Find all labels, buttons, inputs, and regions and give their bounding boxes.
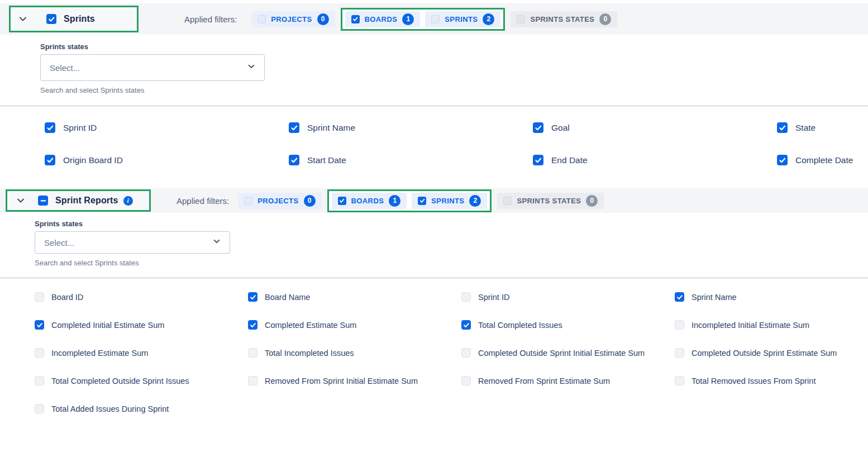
checkbox-icon	[289, 155, 299, 165]
filter-chip-projects[interactable]: PROJECTS0	[251, 11, 335, 27]
sprints-states-field-group: Sprints states Select... Search and sele…	[35, 220, 230, 267]
filter-chip-sprints[interactable]: SPRINTS2	[425, 11, 500, 27]
sprints-states-select[interactable]: Select...	[40, 54, 265, 81]
checkbox-icon	[244, 197, 252, 205]
field-label: Board ID	[51, 293, 83, 302]
checkbox-icon	[461, 348, 471, 358]
fields-grid-sprints: Sprint IDSprint NameGoalStateOrigin Boar…	[0, 122, 868, 165]
field-label: Completed Initial Estimate Sum	[51, 321, 164, 330]
filter-chip-sprints-states[interactable]: SPRINTS STATES0	[497, 193, 604, 209]
filter-chip-label: SPRINTS STATES	[530, 15, 594, 23]
checkbox-icon	[533, 122, 543, 133]
field-checkbox-goal[interactable]: Goal	[533, 122, 777, 133]
field-checkbox-sprint-name[interactable]: Sprint Name	[289, 122, 533, 133]
filter-count-badge: 1	[389, 195, 400, 207]
field-label: Total Completed Issues	[478, 321, 562, 330]
field-checkbox-end-date[interactable]: End Date	[533, 155, 777, 165]
field-label: Total Added Issues During Sprint	[51, 404, 169, 413]
field-checkbox-total-completed-issues[interactable]: Total Completed Issues	[461, 320, 675, 330]
checkbox-icon	[248, 320, 257, 330]
section-checkbox-sprints[interactable]	[46, 14, 56, 24]
field-checkbox-state[interactable]: State	[777, 122, 868, 133]
field-checkbox-total-removed-issues-from-sprint[interactable]: Total Removed Issues From Sprint	[675, 376, 868, 385]
collapse-chevron-icon[interactable]	[18, 14, 28, 24]
annotation-box-sprints-title: Sprints	[9, 6, 139, 32]
field-checkbox-incompleted-estimate-sum[interactable]: Incompleted Estimate Sum	[35, 348, 248, 358]
filter-chip-projects[interactable]: PROJECTS0	[238, 193, 321, 209]
filter-chip-label: PROJECTS	[257, 197, 298, 205]
checkbox-icon	[248, 348, 257, 358]
chevron-down-icon	[247, 63, 255, 73]
field-label: Completed Estimate Sum	[265, 321, 356, 330]
sprints-states-select[interactable]: Select...	[35, 231, 230, 254]
checkbox-icon	[461, 376, 471, 385]
section-title: Sprints	[64, 14, 95, 24]
field-checkbox-sprint-name[interactable]: Sprint Name	[675, 292, 868, 302]
field-label: Sprint ID	[63, 123, 97, 133]
section-divider	[0, 277, 868, 279]
checkbox-icon	[533, 155, 543, 165]
filter-count-badge: 1	[402, 13, 414, 25]
filter-chip-label: PROJECTS	[271, 15, 312, 23]
field-checkbox-completed-outside-sprint-estimate-sum[interactable]: Completed Outside Sprint Estimate Sum	[675, 348, 868, 358]
field-checkbox-sprint-id[interactable]: Sprint ID	[461, 292, 675, 302]
filter-chip-label: SPRINTS STATES	[517, 197, 581, 205]
field-checkbox-completed-estimate-sum[interactable]: Completed Estimate Sum	[248, 320, 461, 330]
checkbox-icon	[777, 122, 788, 133]
checkbox-icon	[289, 122, 299, 133]
select-placeholder: Select...	[50, 63, 80, 73]
checkbox-icon	[461, 292, 471, 302]
field-label: State	[795, 123, 815, 133]
checkbox-icon	[248, 376, 257, 385]
filter-chip-label: SPRINTS	[445, 15, 478, 23]
field-checkbox-completed-initial-estimate-sum[interactable]: Completed Initial Estimate Sum	[35, 320, 248, 330]
filter-count-badge: 2	[483, 13, 494, 25]
field-checkbox-start-date[interactable]: Start Date	[289, 155, 533, 165]
checkbox-icon	[35, 320, 44, 330]
field-checkbox-complete-date[interactable]: Complete Date	[777, 155, 868, 165]
info-icon[interactable]: i	[123, 196, 133, 206]
field-checkbox-total-added-issues-during-sprint[interactable]: Total Added Issues During Sprint	[35, 404, 248, 413]
field-checkbox-incompleted-initial-estimate-sum[interactable]: Incompleted Initial Estimate Sum	[675, 320, 868, 330]
field-checkbox-sprint-id[interactable]: Sprint ID	[45, 122, 289, 133]
field-checkbox-removed-from-sprint-initial-estimate-sum[interactable]: Removed From Sprint Initial Estimate Sum	[248, 376, 461, 385]
field-label: Board Name	[265, 293, 310, 302]
filter-chip-boards[interactable]: BOARDS1	[345, 11, 421, 27]
field-label: Goal	[551, 123, 570, 133]
field-label: Completed Outside Sprint Initial Estimat…	[478, 349, 645, 358]
filter-chips-row: PROJECTS0BOARDS1SPRINTS2SPRINTS STATES0	[251, 8, 617, 31]
checkbox-icon	[338, 197, 346, 205]
checkbox-icon	[35, 292, 44, 302]
checkbox-icon	[675, 292, 684, 302]
field-label: Sprint Name	[691, 293, 737, 302]
field-checkbox-removed-from-sprint-estimate-sum[interactable]: Removed From Sprint Estimate Sum	[461, 376, 675, 385]
field-label: End Date	[551, 155, 588, 165]
section-checkbox-sprint-reports[interactable]	[38, 196, 48, 206]
export-fields-config-page: Sprints Applied filters: PROJECTS0BOARDS…	[0, 3, 868, 457]
filter-chip-label: SPRINTS	[431, 197, 464, 205]
field-checkbox-board-id[interactable]: Board ID	[35, 292, 248, 302]
field-label: Incompleted Initial Estimate Sum	[691, 321, 809, 330]
filter-chip-sprints[interactable]: SPRINTS2	[412, 193, 487, 209]
annotation-box-filters: BOARDS1SPRINTS2	[341, 8, 505, 31]
filter-chip-boards[interactable]: BOARDS1	[332, 193, 407, 209]
filter-count-badge: 0	[586, 195, 598, 207]
checkbox-icon	[35, 348, 44, 358]
checkbox-icon	[675, 348, 684, 358]
field-label: Incompleted Estimate Sum	[51, 349, 148, 358]
sprints-states-helper: Search and select Sprints states	[40, 86, 265, 94]
collapse-chevron-icon[interactable]	[16, 196, 26, 206]
section-header-sprint-reports: Sprint Reports i Applied filters: PROJEC…	[0, 188, 868, 213]
annotation-box-sprint-reports-title: Sprint Reports i	[6, 189, 151, 212]
field-checkbox-board-name[interactable]: Board Name	[248, 292, 461, 302]
field-checkbox-total-incompleted-issues[interactable]: Total Incompleted Issues	[248, 348, 461, 358]
field-label: Origin Board ID	[63, 155, 123, 165]
checkbox-icon	[503, 197, 512, 205]
field-checkbox-origin-board-id[interactable]: Origin Board ID	[45, 155, 289, 165]
filter-chip-sprints-states[interactable]: SPRINTS STATES0	[511, 11, 617, 27]
field-checkbox-total-completed-outside-sprint-issues[interactable]: Total Completed Outside Sprint Issues	[35, 376, 248, 385]
field-checkbox-completed-outside-sprint-initial-estimate-sum[interactable]: Completed Outside Sprint Initial Estimat…	[461, 348, 675, 358]
checkbox-icon	[248, 292, 257, 302]
field-label: Removed From Sprint Estimate Sum	[478, 377, 610, 385]
checkbox-icon	[35, 404, 44, 413]
